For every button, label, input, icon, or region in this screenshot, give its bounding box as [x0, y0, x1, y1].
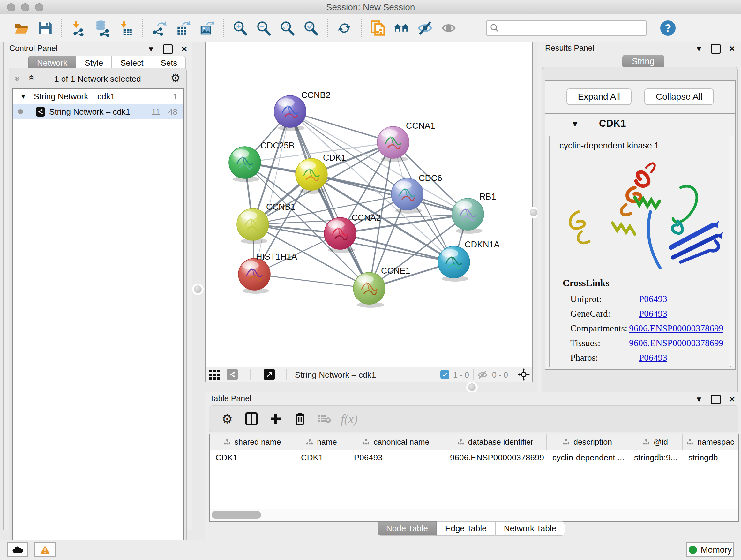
collapse-all-button[interactable]: Collapse All	[644, 88, 714, 105]
column-header-database-identifier[interactable]: database identifier	[444, 434, 547, 449]
network-overview-icon[interactable]	[226, 369, 238, 380]
pan-crosshair-icon[interactable]	[518, 368, 530, 381]
tab-string[interactable]: String	[622, 55, 664, 68]
table-tab-edge-table[interactable]: Edge Table	[436, 521, 495, 536]
current-network-dot-icon	[18, 109, 23, 114]
column-header-shared-name[interactable]: shared name	[210, 434, 295, 449]
search-box[interactable]	[486, 20, 647, 36]
node-label-CCNB1: CCNB1	[266, 202, 295, 212]
gene-entry-header[interactable]: ▼ CDK1	[545, 114, 735, 135]
delete-column-trash-icon[interactable]	[293, 412, 307, 426]
table-cell[interactable]: CDK1	[295, 450, 348, 464]
network-row-selected[interactable]: String Network – cdk1 11 48	[13, 104, 183, 119]
hscrollbar-thumb[interactable]	[212, 511, 261, 519]
clone-network-button[interactable]	[369, 20, 386, 37]
open-in-new-window-icon[interactable]	[264, 369, 275, 380]
column-header-canonical-name[interactable]: canonical name	[348, 434, 444, 449]
crosslink-link[interactable]: 9606.ENSP00000378699	[629, 338, 724, 348]
float-panel-icon[interactable]	[163, 44, 173, 54]
crosslink-label: Pharos:	[570, 353, 639, 363]
caret-down-icon[interactable]: ▼	[20, 92, 27, 101]
close-panel-icon[interactable]: ✕	[181, 45, 187, 53]
column-header--id[interactable]: @id	[628, 434, 683, 449]
table-gear-icon[interactable]: ⚙	[220, 412, 234, 426]
table-row[interactable]: CDK1CDK1P064939606.ENSP00000378699cyclin…	[210, 450, 738, 464]
birds-eye-view-icon[interactable]	[209, 369, 220, 381]
table-cell[interactable]: CDK1	[210, 450, 295, 464]
horizontal-splitter-handle[interactable]	[468, 383, 476, 391]
network-edge-CCNB2-CCNE1[interactable]	[290, 111, 369, 288]
table-cell[interactable]: 9606.ENSP00000378699	[444, 450, 547, 464]
float-panel-icon[interactable]	[711, 44, 721, 54]
gene-name: CDK1	[599, 118, 626, 129]
network-node-CDC25B[interactable]	[229, 146, 261, 182]
column-header-name[interactable]: name	[295, 434, 348, 449]
help-button[interactable]: ?	[660, 20, 676, 36]
caret-down-icon[interactable]: ▼	[571, 119, 579, 129]
network-collection-row[interactable]: ▼ String Network – cdk1 1	[13, 89, 183, 104]
search-input[interactable]	[502, 21, 646, 35]
crosslink-link[interactable]: P06493	[639, 294, 667, 304]
table-tab-network-table[interactable]: Network Table	[495, 521, 565, 536]
open-folder-icon	[13, 20, 29, 36]
table-hscrollbar	[210, 509, 738, 521]
crosslink-link[interactable]: P06493	[639, 353, 667, 363]
hide-selected-button[interactable]	[417, 20, 433, 37]
column-header-description[interactable]: description	[547, 434, 628, 449]
network-node-CDKN1A[interactable]	[438, 246, 470, 282]
add-column-icon[interactable]	[269, 412, 283, 426]
zoom-in-button[interactable]	[232, 20, 248, 37]
network-node-CDK1[interactable]	[295, 159, 327, 194]
expand-all-button[interactable]: Expand All	[566, 88, 631, 105]
apply-layout-button[interactable]	[336, 20, 353, 37]
cloud-button[interactable]	[7, 543, 28, 557]
crosslink-link[interactable]: 9606.ENSP00000378699	[629, 323, 724, 334]
results-scrollbar[interactable]	[729, 136, 734, 366]
zoom-fit-button[interactable]	[279, 20, 295, 37]
table-cell[interactable]: P06493	[348, 450, 444, 464]
network-node-RB1[interactable]	[452, 198, 484, 234]
show-columns-icon[interactable]	[245, 412, 259, 426]
column-header-namespac[interactable]: namespac	[683, 434, 738, 449]
warning-button[interactable]	[35, 543, 56, 557]
network-label: String Network – cdk1	[49, 107, 130, 117]
network-node-CCNE1[interactable]	[353, 272, 385, 308]
import-network-database-button[interactable]	[94, 20, 111, 37]
table-cell[interactable]: stringdb	[683, 450, 738, 464]
zoom-out-button[interactable]	[255, 20, 272, 37]
right-splitter-handle[interactable]	[530, 209, 537, 216]
memory-button[interactable]: Memory	[686, 543, 734, 557]
table-cell[interactable]: stringdb:9...	[628, 450, 683, 464]
import-network-icon	[71, 20, 86, 36]
close-panel-icon[interactable]: ✕	[729, 395, 735, 403]
network-node-CDC6[interactable]	[391, 178, 423, 213]
network-node-CCNB2[interactable]	[274, 96, 306, 131]
status-bar: Memory	[0, 540, 741, 560]
network-canvas[interactable]: CCNB2CCNA1CDC25BCDK1CDC6RB1CCNB1CCNA2CDK…	[205, 42, 532, 367]
selected-checkbox-icon[interactable]	[441, 370, 449, 379]
left-splitter-handle[interactable]	[194, 286, 202, 293]
import-network-file-button[interactable]	[70, 20, 87, 37]
network-node-CCNA1[interactable]	[377, 126, 409, 162]
panel-menu-icon[interactable]: ▼	[147, 45, 155, 53]
network-node-CCNB1[interactable]	[237, 208, 269, 244]
network-edge-CCNE1-HIST1H1A[interactable]	[254, 274, 369, 288]
network-node-HIST1H1A[interactable]	[239, 258, 270, 294]
table-tab-node-table[interactable]: Node Table	[378, 521, 436, 536]
open-file-button[interactable]	[13, 20, 30, 37]
close-panel-icon[interactable]: ✕	[729, 45, 735, 53]
export-network-button[interactable]	[151, 20, 167, 37]
export-image-button[interactable]	[198, 20, 215, 37]
network-view-toolbar: String Network – cdk1 1 - 0 0 - 0	[205, 367, 532, 382]
table-cell[interactable]: cyclin-dependent ...	[547, 450, 628, 464]
import-table-button[interactable]	[118, 20, 134, 37]
save-session-button[interactable]	[37, 20, 53, 37]
gear-icon[interactable]: ⚙	[171, 71, 181, 85]
export-table-button[interactable]	[175, 20, 191, 37]
panel-menu-icon[interactable]: ▼	[695, 45, 703, 53]
float-panel-icon[interactable]	[711, 395, 721, 404]
crosslink-link[interactable]: P06493	[639, 308, 667, 319]
string-home-button[interactable]	[393, 20, 410, 37]
zoom-selected-button[interactable]	[302, 20, 319, 37]
panel-menu-icon[interactable]: ▼	[695, 395, 703, 403]
